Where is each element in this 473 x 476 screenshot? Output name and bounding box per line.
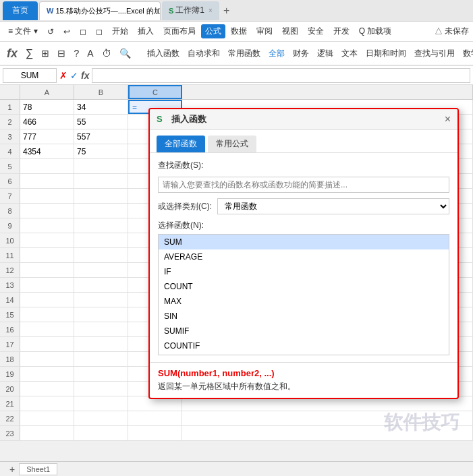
sheet-cell[interactable] xyxy=(74,263,128,277)
sheet-add-button[interactable]: + xyxy=(5,464,19,475)
sheet-cell[interactable] xyxy=(20,411,74,425)
sheet-tab[interactable]: Sheet1 xyxy=(19,463,57,475)
sheet-cell[interactable]: 78 xyxy=(20,100,74,114)
sheet-cell[interactable] xyxy=(74,189,128,203)
menu-dev[interactable]: 开发 xyxy=(329,24,354,38)
insert-func-btn[interactable]: 插入函数 xyxy=(144,47,182,61)
function-list-item[interactable]: MAX xyxy=(159,294,449,309)
sheet-cell[interactable] xyxy=(74,218,128,233)
dialog-tab-common[interactable]: 常用公式 xyxy=(208,136,256,152)
category-select[interactable]: 常用函数 xyxy=(217,198,449,214)
text-btn[interactable]: 文本 xyxy=(339,47,360,61)
sheet-cell[interactable] xyxy=(74,337,128,351)
finance-btn[interactable]: 财务 xyxy=(290,47,312,61)
function-list[interactable]: SUMAVERAGEIFCOUNTMAXSINSUMIFCOUNTIF xyxy=(158,234,449,355)
sheet-cell[interactable] xyxy=(74,352,128,366)
common-func-btn[interactable]: 常用函数 xyxy=(225,47,263,61)
formula-input[interactable] xyxy=(92,68,470,83)
menu-file[interactable]: ≡ 文件 ▾ xyxy=(4,24,42,38)
sheet-cell[interactable] xyxy=(74,322,128,336)
sheet-cell[interactable] xyxy=(74,307,128,322)
sheet-cell[interactable] xyxy=(20,159,74,173)
sheet-cell[interactable] xyxy=(74,382,128,396)
sheet-cell[interactable] xyxy=(20,233,74,247)
sheet-cell[interactable] xyxy=(20,278,74,292)
menu-pagelayout[interactable]: 页面布局 xyxy=(159,24,200,38)
function-list-item[interactable]: COUNT xyxy=(159,279,449,294)
sheet-cell-rest[interactable] xyxy=(182,411,473,425)
function-list-item[interactable]: SUM xyxy=(159,235,449,249)
sheet-cell[interactable]: 34 xyxy=(74,100,128,114)
cross-icon[interactable]: ✗ xyxy=(59,70,67,81)
math-btn[interactable]: 数学和三角 xyxy=(460,47,473,61)
sheet-cell[interactable] xyxy=(74,233,128,247)
function-list-item[interactable]: SIN xyxy=(159,309,449,324)
sheet-cell[interactable] xyxy=(20,204,74,218)
sheet-cell[interactable] xyxy=(20,218,74,233)
sheet-cell[interactable] xyxy=(20,367,74,381)
name-box[interactable] xyxy=(3,68,57,83)
tab-home[interactable]: 首页 xyxy=(3,1,38,20)
sheet-cell[interactable] xyxy=(20,396,74,411)
sheet-cell[interactable] xyxy=(74,248,128,262)
function-list-item[interactable]: AVERAGE xyxy=(159,249,449,264)
sheet-cell[interactable] xyxy=(128,426,182,440)
sheet-cell[interactable]: 75 xyxy=(74,144,128,158)
sheet-cell[interactable] xyxy=(20,248,74,262)
menu-save2[interactable]: ◻ xyxy=(92,26,107,38)
sheet-cell[interactable] xyxy=(20,307,74,322)
menu-undo[interactable]: ↺ xyxy=(43,26,58,38)
sheet-cell[interactable] xyxy=(20,352,74,366)
menu-review[interactable]: 审阅 xyxy=(252,24,277,38)
sheet-cell[interactable] xyxy=(74,159,128,173)
menu-formula[interactable]: 公式 xyxy=(201,24,225,38)
auto-sum-btn[interactable]: 自动求和 xyxy=(185,47,223,61)
sheet-cell[interactable] xyxy=(20,382,74,396)
menu-save1[interactable]: ◻ xyxy=(76,26,90,38)
function-list-item[interactable]: SUMIF xyxy=(159,324,449,338)
sheet-cell[interactable] xyxy=(128,411,182,425)
logic-btn[interactable]: 逻辑 xyxy=(314,47,336,61)
menu-insert[interactable]: 插入 xyxy=(134,24,158,38)
function-list-item[interactable]: IF xyxy=(159,264,449,279)
lookup-btn[interactable]: 查找与引用 xyxy=(412,47,457,61)
sheet-cell[interactable] xyxy=(20,174,74,188)
dialog-tab-all[interactable]: 全部函数 xyxy=(157,136,205,152)
function-list-item[interactable]: COUNTIF xyxy=(159,338,449,353)
sheet-cell[interactable] xyxy=(74,204,128,218)
sheet-cell[interactable] xyxy=(20,189,74,203)
tab-sheet[interactable]: S 工作簿1 × xyxy=(162,1,219,20)
tab-sheet-close[interactable]: × xyxy=(208,7,213,14)
tab-add-button[interactable]: + xyxy=(223,5,229,17)
menu-security[interactable]: 安全 xyxy=(304,24,328,38)
sheet-cell[interactable] xyxy=(74,278,128,292)
sheet-cell[interactable] xyxy=(74,426,128,440)
all-btn[interactable]: 全部 xyxy=(266,47,287,61)
sheet-cell[interactable] xyxy=(20,293,74,307)
sheet-cell[interactable]: 466 xyxy=(20,115,74,129)
datetime-btn[interactable]: 日期和时间 xyxy=(363,47,409,61)
menu-data[interactable]: 数据 xyxy=(227,24,251,38)
sheet-cell[interactable] xyxy=(20,426,74,440)
tab-doc[interactable]: W 15.移动办公技巧—....Excel 的加载项 × xyxy=(39,1,161,20)
sheet-cell[interactable] xyxy=(74,367,128,381)
menu-start[interactable]: 开始 xyxy=(108,24,132,38)
sheet-cell[interactable]: 4354 xyxy=(20,144,74,158)
sheet-cell[interactable] xyxy=(20,263,74,277)
sheet-cell[interactable] xyxy=(20,322,74,336)
sheet-cell[interactable] xyxy=(74,396,128,411)
search-input[interactable] xyxy=(158,177,449,193)
menu-addons[interactable]: Q 加载项 xyxy=(355,24,396,38)
sheet-cell-rest[interactable] xyxy=(182,426,473,440)
sheet-cell[interactable]: 777 xyxy=(20,129,74,144)
sheet-cell[interactable] xyxy=(20,337,74,351)
sheet-cell[interactable] xyxy=(74,411,128,425)
sheet-cell[interactable] xyxy=(74,174,128,188)
sheet-cell[interactable]: 55 xyxy=(74,115,128,129)
menu-redo[interactable]: ↩ xyxy=(59,26,74,38)
sheet-cell[interactable]: 557 xyxy=(74,129,128,144)
menu-view[interactable]: 视图 xyxy=(278,24,302,38)
sheet-cell[interactable] xyxy=(74,293,128,307)
check-icon[interactable]: ✓ xyxy=(70,70,78,81)
dialog-close-button[interactable]: × xyxy=(445,113,451,125)
